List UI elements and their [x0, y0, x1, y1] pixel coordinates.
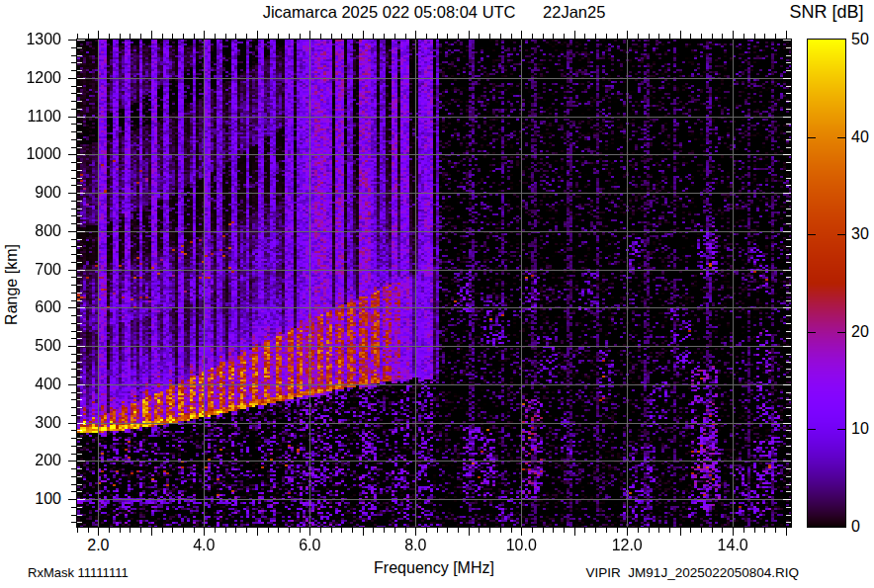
axis-tick [574, 31, 575, 39]
axis-tick [71, 377, 76, 378]
colorbar-tick-label: 50 [851, 31, 869, 48]
axis-tick [384, 528, 385, 533]
axis-tick [617, 34, 618, 39]
axis-tick [733, 528, 734, 536]
x-tick-label: 2.0 [74, 537, 122, 554]
y-tick-label: 1100 [14, 108, 61, 126]
axis-tick [71, 170, 76, 171]
axis-tick [363, 528, 364, 536]
axis-tick [447, 528, 448, 533]
axis-tick [215, 34, 216, 39]
axis-tick [71, 438, 76, 439]
axis-tick [268, 528, 269, 533]
axis-tick [77, 34, 78, 39]
axis-tick [320, 528, 321, 533]
axis-tick [511, 34, 512, 39]
axis-tick [68, 270, 76, 271]
axis-tick [543, 34, 544, 39]
x-tick-label: 10.0 [497, 537, 545, 554]
axis-tick [68, 384, 76, 385]
axis-tick [71, 415, 76, 416]
axis-tick [733, 31, 734, 39]
axis-tick [553, 528, 554, 533]
colorbar-title: SNR [dB] [779, 2, 874, 23]
axis-tick [172, 528, 173, 533]
axis-tick [257, 528, 258, 536]
y-axis-title: Range [km] [3, 233, 21, 336]
axis-tick [109, 34, 110, 39]
axis-tick [68, 117, 76, 118]
axis-tick [71, 254, 76, 255]
axis-tick [71, 392, 76, 393]
axis-tick [405, 528, 406, 533]
axis-tick [71, 147, 76, 148]
axis-tick [68, 307, 76, 308]
axis-tick [71, 124, 76, 125]
axis-tick [712, 528, 713, 533]
axis-tick [71, 293, 76, 294]
axis-tick [669, 34, 670, 39]
axis-tick [511, 528, 512, 533]
axis-tick [68, 346, 76, 347]
axis-tick [627, 31, 628, 39]
axis-tick [743, 528, 744, 533]
colorbar-tick-label: 10 [851, 420, 869, 438]
axis-tick [68, 423, 76, 424]
y-tick-label: 1000 [14, 145, 61, 163]
axis-tick [701, 528, 702, 533]
axis-tick [373, 528, 374, 533]
axis-tick [71, 369, 76, 370]
axis-tick [68, 231, 76, 232]
axis-tick [300, 34, 301, 39]
axis-tick [437, 528, 438, 533]
axis-tick [71, 47, 76, 48]
axis-tick [754, 34, 755, 39]
x-tick-label: 14.0 [709, 537, 756, 554]
axis-tick [151, 31, 152, 39]
axis-tick [71, 215, 76, 216]
axis-tick [71, 209, 76, 210]
axis-tick [743, 34, 744, 39]
axis-tick [722, 34, 723, 39]
axis-tick [426, 34, 427, 39]
axis-tick [500, 528, 501, 533]
axis-tick [764, 528, 765, 533]
axis-tick [690, 528, 691, 533]
axis-tick [649, 34, 650, 39]
colorbar [807, 39, 846, 528]
y-tick-label: 300 [14, 414, 61, 432]
axis-tick [331, 528, 332, 533]
axis-tick [309, 528, 310, 536]
axis-tick [521, 528, 522, 536]
axis-tick [151, 528, 152, 536]
colorbar-gradient [808, 40, 845, 527]
y-tick-label: 200 [14, 452, 61, 469]
colorbar-tick-label: 0 [851, 518, 860, 536]
axis-tick [564, 34, 565, 39]
axis-tick [532, 528, 533, 533]
axis-tick [606, 34, 607, 39]
axis-tick [309, 31, 310, 39]
axis-tick [71, 484, 76, 485]
axis-tick [204, 31, 205, 39]
axis-tick [71, 354, 76, 355]
ionogram-page: Jicamarca 2025 022 05:08:04 UTC 22Jan25 … [0, 0, 874, 588]
axis-tick [405, 34, 406, 39]
axis-tick [225, 528, 226, 533]
axis-tick [71, 162, 76, 163]
axis-tick [786, 31, 787, 39]
axis-tick [71, 476, 76, 477]
axis-tick [680, 31, 681, 39]
axis-tick [246, 34, 247, 39]
axis-tick [341, 34, 342, 39]
axis-tick [363, 31, 364, 39]
axis-tick [458, 34, 459, 39]
axis-tick [109, 528, 110, 533]
page-title: Jicamarca 2025 022 05:08:04 UTC 22Jan25 [77, 3, 791, 22]
axis-tick [172, 34, 173, 39]
axis-tick [320, 34, 321, 39]
axis-tick [71, 323, 76, 324]
axis-tick [71, 185, 76, 186]
colorbar-tick-label: 40 [851, 128, 869, 146]
axis-tick [140, 528, 141, 533]
